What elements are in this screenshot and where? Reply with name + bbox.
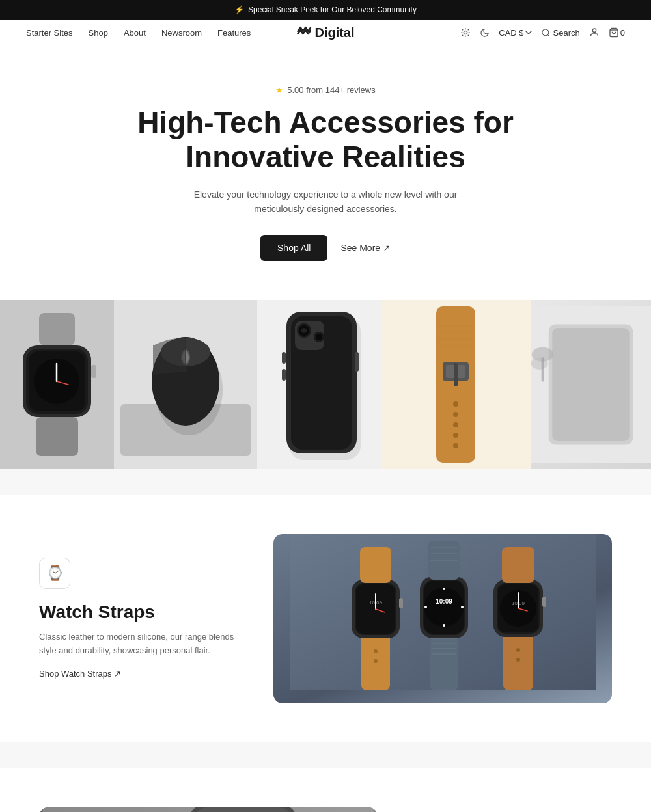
section-divider-2 — [0, 742, 651, 768]
cart-button[interactable]: 0 — [609, 27, 625, 38]
watch-straps-visual: 10:09 — [273, 534, 612, 703]
svg-point-91 — [443, 624, 445, 627]
hero-headline-line2: Innovative Realities — [186, 140, 465, 174]
svg-point-48 — [453, 412, 458, 417]
announcement-bar: ⚡ Special Sneak Peek for Our Beloved Com… — [0, 0, 651, 20]
hero-headline-line1: High-Tech Accessories for — [137, 105, 514, 139]
rating-text: 5.00 from 144+ reviews — [287, 85, 375, 95]
svg-rect-44 — [282, 369, 286, 381]
svg-point-41 — [316, 334, 322, 340]
watch-icon: ⌚ — [46, 565, 64, 582]
search-button[interactable]: Search — [541, 28, 580, 38]
svg-point-9 — [542, 29, 548, 35]
svg-point-70 — [374, 659, 378, 663]
hero-buttons: Shop All See More ↗ — [13, 235, 638, 261]
cart-count: 0 — [620, 28, 625, 38]
hero-subtext: Elevate your technology experience to a … — [189, 187, 462, 217]
sun-icon[interactable] — [460, 27, 471, 38]
svg-point-49 — [453, 422, 458, 427]
svg-point-99 — [516, 648, 520, 652]
svg-rect-108 — [542, 597, 546, 607]
logo-icon — [296, 25, 311, 40]
product-item-watch[interactable] — [0, 300, 114, 469]
svg-rect-64 — [542, 357, 544, 381]
watch-straps-image: 10:09 — [273, 534, 612, 703]
svg-point-51 — [453, 443, 458, 448]
section-divider — [0, 469, 651, 495]
shop-all-button[interactable]: Shop All — [260, 235, 327, 261]
watch-straps-section: ⌚ Watch Straps Classic leather to modern… — [0, 495, 651, 742]
see-more-link[interactable]: See More ↗ — [340, 243, 391, 253]
account-icon[interactable] — [589, 27, 600, 38]
announcement-text: Special Sneak Peek for Our Beloved Commu… — [248, 5, 417, 14]
svg-rect-80 — [430, 632, 458, 690]
svg-point-50 — [453, 433, 458, 438]
currency-selector[interactable]: CAD $ — [499, 28, 531, 38]
svg-rect-61 — [552, 328, 629, 441]
svg-line-10 — [547, 34, 549, 36]
svg-line-5 — [462, 29, 463, 30]
nav-features[interactable]: Features — [217, 28, 251, 38]
phone-card-visual — [39, 807, 378, 812]
product-item-strap[interactable] — [381, 300, 531, 469]
svg-point-11 — [592, 29, 596, 32]
svg-rect-109 — [502, 547, 534, 583]
phone-card-holders-image — [39, 807, 378, 812]
nav-starter-sites[interactable]: Starter Sites — [26, 28, 73, 38]
logo-text: Digital — [314, 25, 354, 40]
svg-rect-14 — [39, 313, 75, 345]
watch-straps-info: ⌚ Watch Straps Classic leather to modern… — [39, 558, 247, 680]
svg-point-69 — [374, 649, 378, 653]
product-strip — [0, 300, 651, 469]
svg-rect-54 — [454, 363, 458, 386]
hero-rating: ★ 5.00 from 144+ reviews — [13, 85, 638, 95]
nav-newsroom[interactable]: Newsroom — [161, 28, 202, 38]
svg-line-6 — [468, 35, 469, 36]
svg-rect-42 — [355, 352, 359, 372]
product-item-phonecase[interactable] — [257, 300, 381, 469]
lightning-icon: ⚡ — [234, 5, 244, 14]
svg-rect-23 — [91, 365, 96, 378]
logo[interactable]: Digital — [296, 25, 354, 40]
svg-line-8 — [468, 29, 469, 30]
stars-icon: ★ — [275, 85, 283, 95]
product-item-misc[interactable] — [531, 300, 651, 469]
svg-line-7 — [462, 35, 463, 36]
svg-text:10:09: 10:09 — [436, 598, 452, 605]
svg-point-92 — [424, 606, 427, 608]
svg-point-93 — [461, 606, 464, 608]
product-item-mouse[interactable] — [114, 300, 257, 469]
svg-point-47 — [453, 401, 458, 407]
nav-shop[interactable]: Shop — [89, 28, 108, 38]
svg-point-100 — [516, 658, 520, 662]
svg-point-90 — [443, 588, 445, 590]
header: Starter Sites Shop About Newsroom Featur… — [0, 20, 651, 46]
svg-rect-79 — [360, 547, 391, 583]
nav-left: Starter Sites Shop About Newsroom Featur… — [26, 28, 251, 38]
svg-rect-43 — [282, 352, 286, 364]
nav-about[interactable]: About — [124, 28, 146, 38]
moon-icon[interactable] — [480, 28, 490, 38]
svg-point-88 — [424, 588, 464, 627]
watch-straps-shop-link[interactable]: Shop Watch Straps ↗ — [39, 669, 121, 679]
phone-card-holders-section: Phone Card Holders Designed for convenie… — [0, 768, 651, 812]
watch-straps-icon-box: ⌚ — [39, 558, 70, 589]
svg-point-39 — [301, 328, 307, 333]
hero-section: ★ 5.00 from 144+ reviews High-Tech Acces… — [0, 46, 651, 287]
svg-rect-22 — [36, 417, 78, 456]
hero-headline: High-Tech Accessories for Innovative Rea… — [130, 105, 521, 174]
watch-straps-desc: Classic leather to modern silicone, our … — [39, 630, 247, 658]
svg-rect-117 — [192, 809, 294, 812]
svg-point-0 — [464, 31, 467, 34]
watch-straps-title: Watch Straps — [39, 602, 247, 623]
svg-point-63 — [531, 357, 548, 370]
svg-rect-78 — [399, 598, 403, 608]
nav-right: CAD $ Search 0 — [460, 27, 625, 38]
